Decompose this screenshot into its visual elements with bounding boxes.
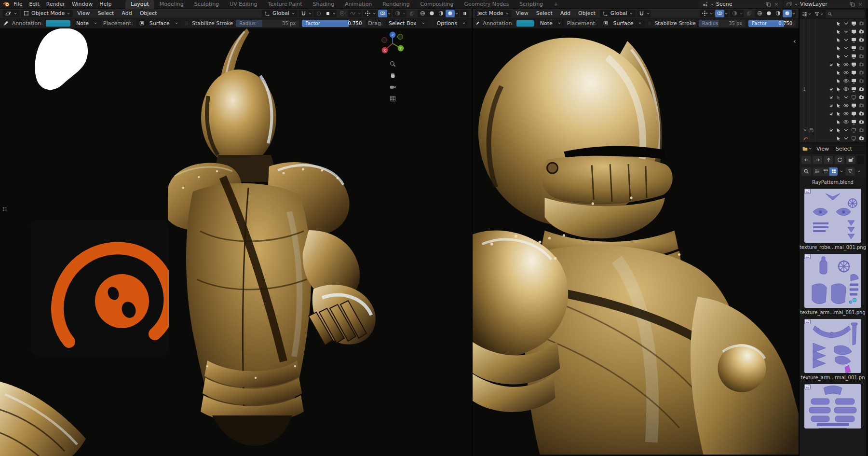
render-disable-toggle[interactable] — [858, 61, 865, 68]
snap-toggle[interactable] — [299, 10, 308, 17]
selectable-toggle[interactable] — [836, 103, 841, 109]
render-disable-toggle[interactable] — [858, 135, 865, 141]
falloff-toggle[interactable] — [338, 10, 347, 17]
viewport-disable-toggle[interactable] — [851, 28, 857, 35]
placement-select[interactable]: Surface — [136, 20, 181, 27]
render-disable-toggle[interactable] — [858, 102, 865, 109]
tab-geometry-nodes[interactable]: Geometry Nodes — [459, 0, 514, 9]
exclude-checkbox[interactable] — [828, 111, 834, 117]
tab-modeling[interactable]: Modeling — [154, 0, 189, 9]
render-disable-toggle[interactable] — [858, 45, 865, 51]
viewport-disable-toggle[interactable] — [851, 45, 857, 51]
menu-edit[interactable]: Edit — [26, 1, 42, 7]
hide-eye-toggle[interactable] — [843, 119, 849, 125]
file-thumbnail[interactable] — [804, 384, 861, 428]
menu-select[interactable]: Select — [833, 146, 855, 152]
show-gizmos-toggle[interactable] — [700, 10, 709, 17]
render-disable-toggle[interactable] — [858, 86, 865, 92]
exclude-checkbox[interactable] — [828, 103, 834, 109]
annotation-layer-select[interactable]: Note — [537, 20, 564, 27]
viewport-disable-toggle[interactable] — [851, 111, 857, 117]
chevron-down-icon[interactable] — [387, 12, 391, 15]
tab-compositing[interactable]: Compositing — [415, 0, 459, 9]
tab-sculpting[interactable]: Sculpting — [189, 0, 224, 9]
blender-logo-icon[interactable] — [3, 0, 10, 8]
proportional-edit-objects[interactable] — [323, 10, 332, 17]
back-button[interactable] — [801, 156, 811, 164]
radius-slider[interactable]: Radius 35 px — [699, 20, 746, 27]
axis-orbit-gizmo[interactable]: Z X Y — [380, 30, 406, 56]
viewport-disable-toggle[interactable] — [851, 53, 857, 59]
shading-rendered[interactable] — [783, 10, 792, 17]
selectable-toggle[interactable] — [836, 29, 841, 35]
viewport-disable-toggle[interactable] — [851, 94, 857, 100]
render-disable-toggle[interactable] — [858, 127, 865, 133]
tab-texture-paint[interactable]: Texture Paint — [263, 0, 308, 9]
refresh-button[interactable] — [835, 156, 844, 164]
pan-button[interactable] — [388, 71, 397, 80]
selectable-toggle[interactable] — [836, 45, 841, 51]
selectable-toggle[interactable] — [836, 136, 841, 141]
viewport-disable-toggle[interactable] — [851, 20, 857, 27]
toggle-xray[interactable] — [393, 10, 402, 17]
new-viewlayer-icon[interactable] — [849, 1, 855, 7]
camera-view-button[interactable] — [388, 83, 397, 91]
tab-uv-editing[interactable]: UV Editing — [224, 0, 262, 9]
orthographic-toggle-button[interactable] — [388, 94, 397, 103]
file-thumbnail[interactable] — [804, 319, 861, 373]
shading-wireframe[interactable] — [755, 10, 764, 17]
radius-slider[interactable]: Radius 35 px — [236, 20, 299, 27]
factor-slider[interactable]: Factor 0.750 — [302, 20, 365, 27]
chevron-down-icon[interactable] — [709, 12, 713, 15]
chevron-down-icon[interactable] — [308, 12, 312, 15]
selectable-toggle[interactable] — [836, 62, 841, 68]
exclude-checkbox[interactable] — [828, 62, 834, 68]
menu-view[interactable]: View — [814, 146, 832, 152]
filter-toggle[interactable] — [845, 167, 855, 176]
hide-eye-toggle[interactable] — [843, 69, 849, 76]
hide-eye-toggle[interactable] — [843, 45, 849, 51]
hide-eye-toggle[interactable] — [843, 111, 849, 117]
tab-layout[interactable]: Layout — [125, 0, 154, 9]
scene-selector[interactable]: Scene — [700, 0, 781, 8]
viewport-disable-toggle[interactable] — [851, 127, 857, 133]
viewport-sidebar-handle[interactable] — [2, 206, 8, 212]
outliner-filter-dropdown[interactable] — [814, 10, 824, 18]
tab-animation[interactable]: Animation — [339, 0, 377, 9]
selectable-toggle[interactable] — [836, 86, 841, 92]
file-name[interactable]: texture_arm...rmal_001.pn — [801, 374, 865, 381]
menu-view[interactable]: View — [74, 10, 93, 16]
viewport-render-pause-button[interactable] — [460, 10, 469, 17]
menu-select[interactable]: Select — [533, 10, 556, 16]
selectable-toggle[interactable] — [836, 111, 841, 117]
tab-scripting[interactable]: Scripting — [514, 0, 548, 9]
viewport-disable-toggle[interactable] — [851, 102, 857, 109]
hide-eye-toggle[interactable] — [843, 20, 849, 27]
file-name[interactable]: texture_arm...mal_001.png — [800, 309, 865, 316]
show-gizmos-toggle[interactable] — [363, 10, 372, 17]
viewport-disable-toggle[interactable] — [851, 37, 857, 43]
render-preview-toggle[interactable] — [745, 10, 754, 17]
sidebar-expand-arrow[interactable] — [792, 39, 797, 44]
show-overlays-toggle[interactable] — [715, 10, 724, 17]
render-disable-toggle[interactable] — [858, 53, 865, 59]
viewport-disable-toggle[interactable] — [851, 119, 857, 125]
exclude-checkbox[interactable] — [828, 95, 834, 100]
viewport-right-canvas[interactable] — [473, 28, 799, 456]
render-disable-toggle[interactable] — [858, 20, 865, 27]
chevron-down-icon[interactable] — [402, 12, 406, 15]
show-overlays-toggle[interactable] — [378, 10, 387, 17]
chevron-down-icon[interactable] — [372, 12, 376, 15]
selectable-toggle[interactable] — [836, 21, 841, 27]
hide-eye-toggle[interactable] — [843, 28, 849, 35]
toggle-xray[interactable] — [730, 10, 739, 17]
selectable-toggle[interactable] — [836, 70, 841, 76]
shading-material[interactable] — [436, 10, 446, 17]
display-thumbnails[interactable] — [829, 167, 838, 176]
close-icon[interactable] — [773, 1, 779, 7]
hide-eye-toggle[interactable] — [843, 78, 849, 84]
outliner-search-input[interactable] — [826, 10, 865, 18]
viewport-left-canvas[interactable]: Z X Y — [0, 28, 472, 456]
chevron-down-icon[interactable] — [840, 169, 843, 173]
selectable-toggle[interactable] — [836, 78, 841, 84]
